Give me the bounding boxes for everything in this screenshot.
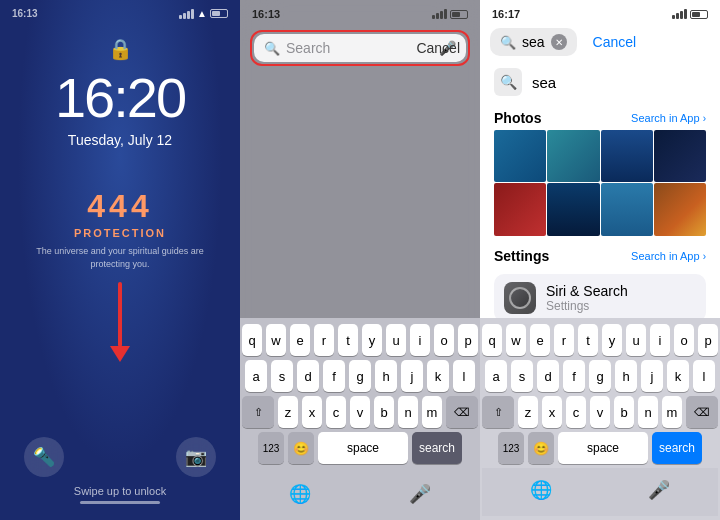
key-w-r[interactable]: w bbox=[506, 324, 526, 356]
key-d[interactable]: d bbox=[297, 360, 319, 392]
key-b-r[interactable]: b bbox=[614, 396, 634, 428]
key-g-r[interactable]: g bbox=[589, 360, 611, 392]
mic-bottom-icon[interactable]: 🎤 bbox=[402, 476, 438, 512]
key-m-r[interactable]: m bbox=[662, 396, 682, 428]
key-k-r[interactable]: k bbox=[667, 360, 689, 392]
key-h[interactable]: h bbox=[375, 360, 397, 392]
photo-6[interactable] bbox=[547, 183, 599, 235]
key-delete[interactable]: ⌫ bbox=[446, 396, 478, 428]
key-v[interactable]: v bbox=[350, 396, 370, 428]
key-x-r[interactable]: x bbox=[542, 396, 562, 428]
key-z[interactable]: z bbox=[278, 396, 298, 428]
key-q[interactable]: q bbox=[242, 324, 262, 356]
globe-icon[interactable]: 🌐 bbox=[282, 476, 318, 512]
flashlight-button[interactable]: 🔦 bbox=[24, 437, 64, 477]
key-r[interactable]: r bbox=[314, 324, 334, 356]
settings-app-icon bbox=[504, 282, 536, 314]
key-v-r[interactable]: v bbox=[590, 396, 610, 428]
key-f-r[interactable]: f bbox=[563, 360, 585, 392]
globe-icon-right[interactable]: 🌐 bbox=[523, 472, 559, 508]
key-space-r[interactable]: space bbox=[558, 432, 648, 464]
key-p[interactable]: p bbox=[458, 324, 478, 356]
key-m[interactable]: m bbox=[422, 396, 442, 428]
key-i-r[interactable]: i bbox=[650, 324, 670, 356]
key-k[interactable]: k bbox=[427, 360, 449, 392]
key-r-r[interactable]: r bbox=[554, 324, 574, 356]
key-123[interactable]: 123 bbox=[258, 432, 284, 464]
photo-2[interactable] bbox=[547, 130, 599, 182]
key-j-r[interactable]: j bbox=[641, 360, 663, 392]
suggestion-item[interactable]: 🔍 sea bbox=[480, 60, 720, 104]
key-space[interactable]: space bbox=[318, 432, 408, 464]
key-s[interactable]: s bbox=[271, 360, 293, 392]
key-search-r[interactable]: search bbox=[652, 432, 702, 464]
key-f[interactable]: f bbox=[323, 360, 345, 392]
protection-title: PROTECTION bbox=[0, 227, 240, 239]
right-search-bar[interactable]: 🔍 sea ✕ bbox=[490, 28, 577, 56]
protection-number: 444 bbox=[0, 188, 240, 225]
key-d-r[interactable]: d bbox=[537, 360, 559, 392]
key-g[interactable]: g bbox=[349, 360, 371, 392]
cancel-button-mid[interactable]: Cancel bbox=[416, 40, 460, 56]
key-shift[interactable]: ⇧ bbox=[242, 396, 274, 428]
key-a-r[interactable]: a bbox=[485, 360, 507, 392]
key-t[interactable]: t bbox=[338, 324, 358, 356]
key-y-r[interactable]: y bbox=[602, 324, 622, 356]
key-u[interactable]: u bbox=[386, 324, 406, 356]
key-emoji[interactable]: 😊 bbox=[288, 432, 314, 464]
key-a[interactable]: a bbox=[245, 360, 267, 392]
key-e[interactable]: e bbox=[290, 324, 310, 356]
key-n-r[interactable]: n bbox=[638, 396, 658, 428]
key-o[interactable]: o bbox=[434, 324, 454, 356]
settings-siri-item[interactable]: Siri & Search Settings bbox=[494, 274, 706, 319]
key-e-r[interactable]: e bbox=[530, 324, 550, 356]
key-q-r[interactable]: q bbox=[482, 324, 502, 356]
key-emoji-r[interactable]: 😊 bbox=[528, 432, 554, 464]
key-n[interactable]: n bbox=[398, 396, 418, 428]
key-l-r[interactable]: l bbox=[693, 360, 715, 392]
arrow-down bbox=[110, 282, 130, 362]
photo-1[interactable] bbox=[494, 130, 546, 182]
camera-button[interactable]: 📷 bbox=[176, 437, 216, 477]
keyboard-keys-mid[interactable]: q w e r t y u i o p a s d f g h j k l bbox=[240, 318, 480, 472]
key-h-r[interactable]: h bbox=[615, 360, 637, 392]
settings-action[interactable]: Search in App › bbox=[631, 250, 706, 262]
key-x[interactable]: x bbox=[302, 396, 322, 428]
key-y[interactable]: y bbox=[362, 324, 382, 356]
keyboard-bottom-mid: 🌐 🎤 bbox=[240, 472, 480, 520]
search-bar-container[interactable]: 🔍 Search 🎤 Cancel bbox=[240, 24, 480, 72]
photo-8[interactable] bbox=[654, 183, 706, 235]
key-row-r2: a s d f g h j k l bbox=[482, 360, 718, 392]
key-i[interactable]: i bbox=[410, 324, 430, 356]
photo-3[interactable] bbox=[601, 130, 653, 182]
key-l[interactable]: l bbox=[453, 360, 475, 392]
key-row-2: a s d f g h j k l bbox=[242, 360, 478, 392]
key-t-r[interactable]: t bbox=[578, 324, 598, 356]
key-c[interactable]: c bbox=[326, 396, 346, 428]
keyboard-right[interactable]: q w e r t y u i o p a s d f g h j k l ⇧ … bbox=[480, 318, 720, 520]
swipe-hint: Swipe up to unlock bbox=[0, 485, 240, 497]
key-w[interactable]: w bbox=[266, 324, 286, 356]
key-shift-r[interactable]: ⇧ bbox=[482, 396, 514, 428]
key-o-r[interactable]: o bbox=[674, 324, 694, 356]
key-c-r[interactable]: c bbox=[566, 396, 586, 428]
key-123-r[interactable]: 123 bbox=[498, 432, 524, 464]
key-s-r[interactable]: s bbox=[511, 360, 533, 392]
mic-bottom-right-icon[interactable]: 🎤 bbox=[641, 472, 677, 508]
key-z-r[interactable]: z bbox=[518, 396, 538, 428]
lock-icon: 🔒 bbox=[108, 37, 133, 61]
key-b[interactable]: b bbox=[374, 396, 394, 428]
spotlight-results-panel: 16:17 🔍 sea ✕ Cancel 🔍 sea bbox=[480, 0, 720, 520]
photo-5[interactable] bbox=[494, 183, 546, 235]
key-delete-r[interactable]: ⌫ bbox=[686, 396, 718, 428]
clear-button[interactable]: ✕ bbox=[551, 34, 567, 50]
settings-title: Settings bbox=[494, 248, 549, 264]
photo-7[interactable] bbox=[601, 183, 653, 235]
photos-action[interactable]: Search in App › bbox=[631, 112, 706, 124]
key-u-r[interactable]: u bbox=[626, 324, 646, 356]
key-j[interactable]: j bbox=[401, 360, 423, 392]
key-search[interactable]: search bbox=[412, 432, 462, 464]
cancel-button-right[interactable]: Cancel bbox=[587, 34, 647, 50]
key-p-r[interactable]: p bbox=[698, 324, 718, 356]
photo-4[interactable] bbox=[654, 130, 706, 182]
